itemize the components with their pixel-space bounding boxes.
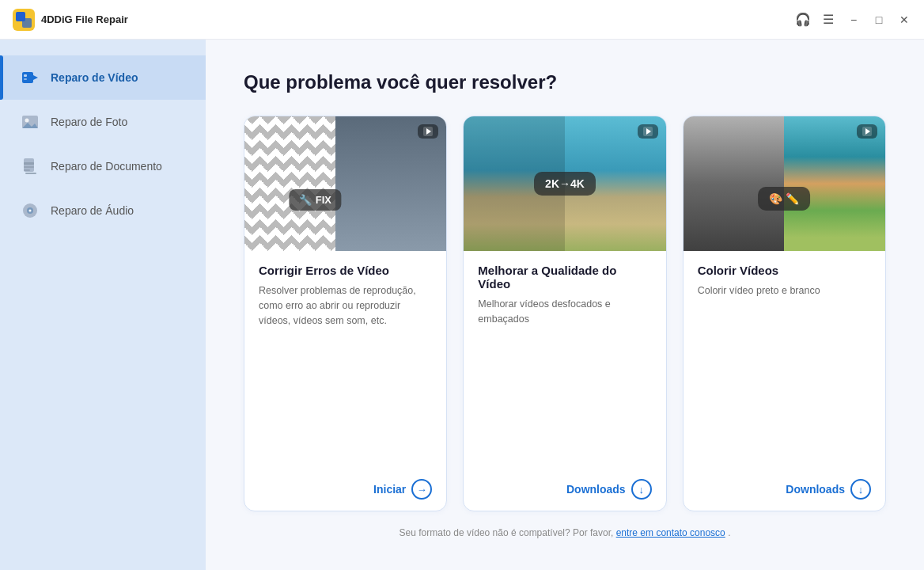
page-title: Que problema você quer resolver? [244,71,886,93]
card3-left-half [684,116,785,251]
svg-rect-13 [24,169,30,171]
app-logo: 4DDiG File Repair [13,9,796,31]
start-button-label: Iniciar [373,483,406,496]
sidebar-label-audio-repair: Reparo de Áudio [51,204,134,217]
card-fix-errors: 🔧 FIX Corrigir Erros de Vídeo Resolver p… [244,116,447,511]
menu-icon[interactable]: ☰ [821,13,835,27]
start-button[interactable]: Iniciar → [373,479,432,500]
card-improve-quality-desc: Melhorar vídeos desfocados e embaçados [478,297,651,460]
headphones-icon[interactable]: 🎧 [796,13,810,27]
card-fix-errors-title: Corrigir Erros de Vídeo [259,264,432,277]
card-improve-quality-body: Melhorar a Qualidade do Vídeo Melhorar v… [464,251,665,511]
svg-rect-2 [22,18,32,28]
card1-badge [418,124,438,139]
card-colorize-desc: Colorir vídeo preto e branco [698,283,871,460]
card-improve-quality: 2K→4K Melhorar a Qualidade do Vídeo Melh… [463,116,666,511]
audio-repair-icon [19,200,41,222]
downloads-button-quality-label: Downloads [566,483,626,496]
main-layout: Reparo de Vídeo Reparo de Foto [0,40,924,570]
card-improve-quality-action: Downloads ↓ [478,471,651,500]
footer-end: . [728,527,730,538]
card-colorize-body: Colorir Vídeos Colorir vídeo preto e bra… [684,251,885,511]
downloads-button-colorize-label: Downloads [786,483,845,496]
cards-grid: 🔧 FIX Corrigir Erros de Vídeo Resolver p… [244,116,886,511]
photo-repair-icon [19,111,41,133]
content-area: Que problema você quer resolver? 🔧 FIX C… [206,40,924,570]
card2-badge [638,124,658,139]
download-icon-colorize: ↓ [850,479,871,500]
title-bar: 4DDiG File Repair 🎧 ☰ − □ ✕ [0,0,924,40]
footer: Seu formato de vídeo não é compatível? P… [244,511,886,538]
sidebar-label-photo-repair: Reparo de Foto [51,116,127,128]
maximize-button[interactable]: □ [872,13,886,27]
sidebar: Reparo de Vídeo Reparo de Foto [0,40,206,570]
card-fix-errors-image: 🔧 FIX [244,116,446,251]
svg-rect-6 [24,78,27,80]
doc-repair-icon [19,155,41,177]
svg-point-17 [29,210,32,212]
footer-text: Seu formato de vídeo não é compatível? P… [400,527,616,538]
svg-rect-12 [24,166,34,168]
download-icon-quality: ↓ [631,479,652,500]
sidebar-item-doc-repair[interactable]: Reparo de Documento [0,144,206,188]
sidebar-item-photo-repair[interactable]: Reparo de Foto [0,100,206,144]
paint-badge: 🎨 ✏️ [758,187,810,211]
card-fix-errors-desc: Resolver problemas de reprodução, como e… [259,283,432,460]
app-title: 4DDiG File Repair [41,13,128,25]
sidebar-label-video-repair: Reparo de Vídeo [51,71,138,84]
downloads-button-colorize[interactable]: Downloads ↓ [786,479,871,500]
quality-badge: 2K→4K [534,172,596,196]
card-improve-quality-image: 2K→4K [464,116,665,251]
close-button[interactable]: ✕ [897,13,911,27]
sidebar-label-doc-repair: Reparo de Documento [51,160,162,173]
downloads-button-quality[interactable]: Downloads ↓ [566,479,652,500]
card3-background [684,116,885,251]
footer-link[interactable]: entre em contato conosco [616,527,725,538]
svg-marker-4 [33,75,38,80]
svg-rect-3 [22,72,33,83]
minimize-button[interactable]: − [846,13,861,27]
card-colorize-image: 🎨 ✏️ [684,116,885,251]
card-colorize: 🎨 ✏️ Colorir Vídeos Colorir vídeo preto … [683,116,886,511]
svg-point-8 [25,119,29,123]
card1-background [244,116,446,251]
card-fix-errors-action: Iniciar → [259,471,432,500]
card-improve-quality-title: Melhorar a Qualidade do Vídeo [478,264,651,291]
card3-badge [857,124,877,139]
app-logo-icon [13,9,35,31]
sidebar-item-audio-repair[interactable]: Reparo de Áudio [0,188,206,233]
svg-rect-5 [24,74,27,77]
card-fix-errors-body: Corrigir Erros de Vídeo Resolver problem… [244,251,446,511]
card2-background: 2K→4K [464,116,665,251]
video-repair-icon [19,66,41,89]
svg-rect-14 [25,173,36,174]
card-colorize-title: Colorir Vídeos [698,264,871,277]
svg-rect-11 [24,162,34,165]
card-colorize-action: Downloads ↓ [698,471,871,500]
start-button-icon: → [411,479,432,500]
window-controls: 🎧 ☰ − □ ✕ [796,13,911,27]
sidebar-item-video-repair[interactable]: Reparo de Vídeo [0,55,206,100]
fix-badge: 🔧 FIX [290,189,341,211]
